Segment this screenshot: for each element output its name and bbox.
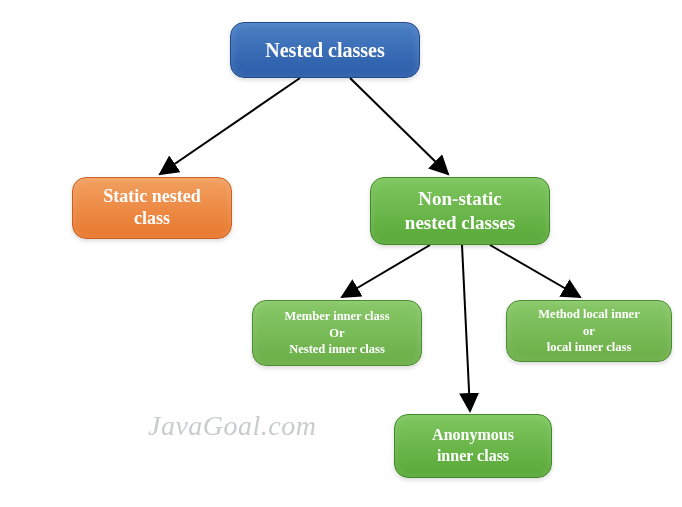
node-non-static-nested-classes: Non-static nested classes [370,177,550,245]
node-anonymous-inner-class: Anonymous inner class [394,414,552,478]
node-line: class [134,208,170,230]
svg-line-3 [490,245,580,297]
node-line: local inner class [547,339,632,356]
node-line: Static nested [103,186,201,208]
node-line: Method local inner [538,306,639,323]
svg-line-1 [350,78,448,174]
node-member-inner-class: Member inner class Or Nested inner class [252,300,422,366]
node-line: Nested inner class [289,341,385,358]
node-line: Anonymous [432,425,514,446]
svg-line-0 [160,78,300,174]
node-line: Or [329,325,344,342]
node-nested-classes: Nested classes [230,22,420,78]
svg-line-4 [462,245,470,411]
node-label: Nested classes [265,39,384,62]
node-line: Non-static [418,187,501,211]
watermark-text: JavaGoal.com [148,410,317,442]
node-line: inner class [437,446,509,467]
node-line: Member inner class [284,308,389,325]
node-line: or [583,323,595,340]
node-method-local-inner-class: Method local inner or local inner class [506,300,672,362]
svg-line-2 [342,245,430,297]
node-line: nested classes [405,211,515,235]
node-static-nested-class: Static nested class [72,177,232,239]
